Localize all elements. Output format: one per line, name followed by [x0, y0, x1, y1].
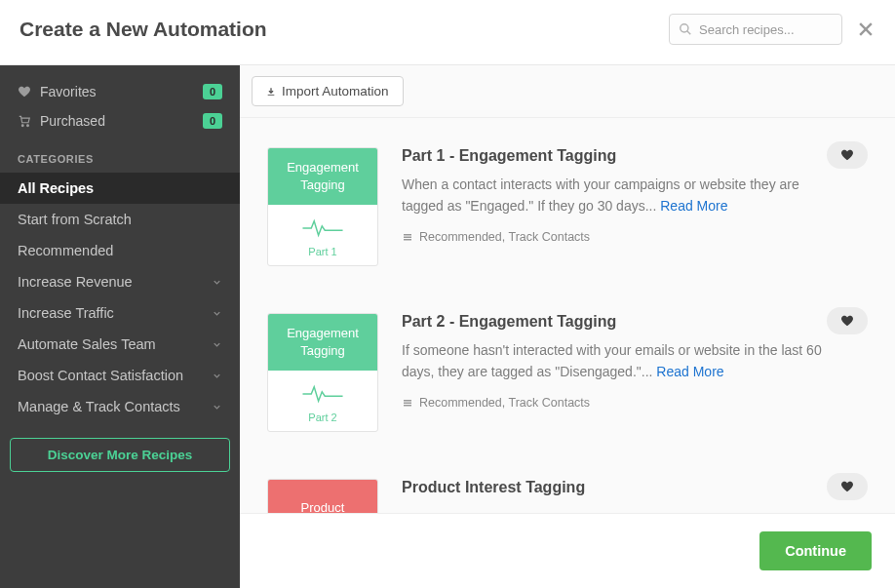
- read-more-link[interactable]: Read More: [660, 198, 727, 214]
- read-more-link[interactable]: Read More: [656, 364, 723, 379]
- sidebar-category[interactable]: All Recipes: [0, 173, 240, 204]
- category-label: Start from Scratch: [18, 212, 132, 227]
- recipe-meta: Recommended, Track Contacts: [402, 230, 829, 244]
- recipe-desc: When a contact interacts with your campa…: [402, 175, 829, 216]
- svg-rect-8: [404, 237, 411, 239]
- category-label: Automate Sales Team: [18, 336, 156, 352]
- chevron-down-icon: [212, 371, 222, 381]
- main-panel: Import Automation EngagementTaggingPart …: [240, 65, 895, 588]
- recipe-thumb: EngagementTaggingPart 1: [267, 147, 378, 266]
- categories-heading: CATEGORIES: [0, 136, 240, 173]
- category-label: Boost Contact Satisfaction: [18, 368, 183, 383]
- recipe-title: Part 1 - Engagement Tagging: [402, 147, 829, 165]
- category-label: Increase Revenue: [18, 274, 133, 290]
- sidebar-category[interactable]: Automate Sales Team: [0, 329, 240, 360]
- heart-icon: [840, 314, 854, 328]
- tag-icon: [402, 231, 413, 243]
- thumb-body: Part 2: [268, 371, 377, 431]
- heart-icon: [840, 480, 854, 493]
- search-input[interactable]: [669, 14, 842, 45]
- download-icon: [266, 86, 276, 98]
- favorite-button[interactable]: [827, 307, 868, 334]
- cart-icon: [18, 114, 31, 128]
- sidebar-purchased[interactable]: Purchased 0: [0, 106, 240, 136]
- svg-point-5: [27, 125, 29, 127]
- search-wrap: [669, 14, 842, 45]
- sidebar-category[interactable]: Manage & Track Contacts: [0, 391, 240, 422]
- continue-button[interactable]: Continue: [759, 531, 872, 570]
- svg-rect-11: [404, 403, 411, 405]
- recipe-card[interactable]: EngagementTaggingPart 1Part 1 - Engageme…: [267, 124, 868, 290]
- favorite-button[interactable]: [827, 141, 868, 169]
- svg-rect-10: [404, 400, 411, 402]
- category-label: Increase Traffic: [18, 305, 114, 321]
- recipe-thumb: EngagementTaggingPart 2: [267, 313, 378, 432]
- recipe-card[interactable]: EngagementTaggingPart 2Part 2 - Engageme…: [267, 290, 868, 455]
- sidebar-purchased-label: Purchased: [40, 113, 105, 129]
- thumb-body: Part 1: [268, 205, 377, 265]
- import-label: Import Automation: [282, 84, 389, 98]
- category-label: Manage & Track Contacts: [18, 399, 180, 414]
- sidebar-favorites-label: Favorites: [40, 84, 97, 99]
- recipe-title: Part 2 - Engagement Tagging: [402, 313, 829, 331]
- tag-icon: [402, 397, 413, 409]
- sidebar-category[interactable]: Increase Revenue: [0, 266, 240, 297]
- sidebar: Favorites 0 Purchased 0 CATEGORIES All R…: [0, 65, 240, 588]
- close-button[interactable]: [856, 20, 876, 39]
- purchased-count-badge: 0: [203, 113, 222, 129]
- favorite-button[interactable]: [827, 473, 868, 500]
- toolbar: Import Automation: [240, 65, 895, 118]
- favorites-count-badge: 0: [203, 84, 222, 99]
- recipe-title: Product Interest Tagging: [402, 479, 829, 496]
- sidebar-category[interactable]: Start from Scratch: [0, 204, 240, 235]
- chevron-down-icon: [212, 308, 222, 319]
- heart-icon: [840, 148, 854, 162]
- sidebar-category[interactable]: Boost Contact Satisfaction: [0, 360, 240, 391]
- chevron-down-icon: [212, 277, 222, 288]
- category-label: All Recipes: [18, 180, 94, 196]
- sidebar-favorites[interactable]: Favorites 0: [0, 77, 240, 106]
- chevron-down-icon: [212, 339, 222, 350]
- categories-list: All RecipesStart from ScratchRecommended…: [0, 173, 240, 422]
- recipe-body: Part 2 - Engagement TaggingIf someone ha…: [402, 313, 868, 432]
- svg-rect-6: [268, 94, 275, 95]
- svg-rect-12: [404, 405, 411, 407]
- svg-rect-7: [404, 234, 411, 236]
- recipe-meta: Recommended, Track Contacts: [402, 396, 829, 410]
- thumb-header: EngagementTagging: [268, 148, 377, 205]
- svg-rect-9: [404, 239, 411, 241]
- svg-point-4: [21, 125, 23, 127]
- discover-more-button[interactable]: Discover More Recipes: [10, 438, 230, 472]
- modal-header: Create a New Automation: [0, 0, 895, 65]
- import-automation-button[interactable]: Import Automation: [252, 76, 404, 106]
- recipe-body: Part 1 - Engagement TaggingWhen a contac…: [402, 147, 868, 266]
- page-title: Create a New Automation: [19, 18, 267, 41]
- recipe-desc: If someone hasn't interacted with your e…: [402, 340, 829, 382]
- close-icon: [856, 20, 876, 39]
- footer: Continue: [240, 513, 895, 588]
- thumb-header: EngagementTagging: [268, 314, 377, 371]
- category-label: Recommended: [18, 243, 113, 258]
- sidebar-category[interactable]: Increase Traffic: [0, 297, 240, 329]
- chevron-down-icon: [212, 402, 222, 412]
- modal-body: Favorites 0 Purchased 0 CATEGORIES All R…: [0, 65, 895, 588]
- heart-icon: [18, 85, 31, 98]
- header-right: [669, 14, 876, 45]
- sidebar-category[interactable]: Recommended: [0, 235, 240, 266]
